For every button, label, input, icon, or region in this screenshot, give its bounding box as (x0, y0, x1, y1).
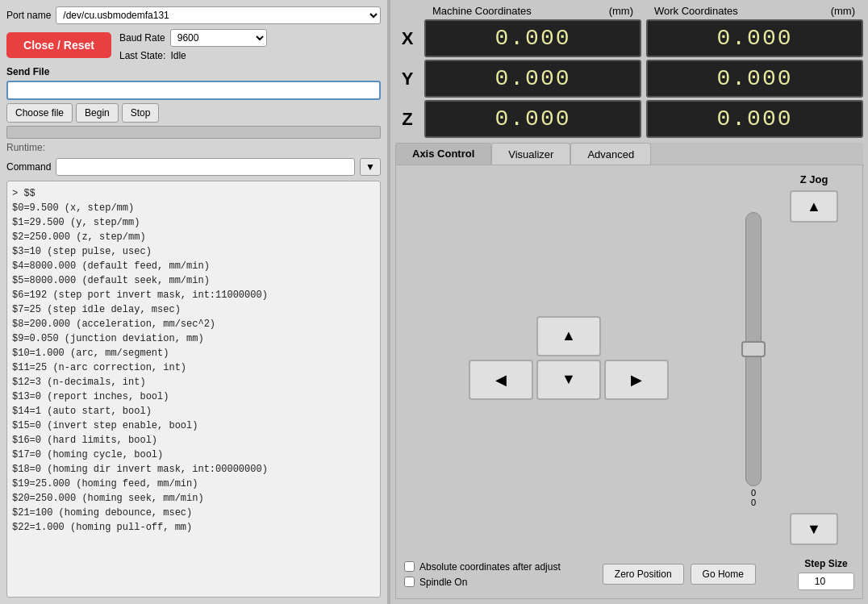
vertical-slider-section: 0 0 (741, 173, 766, 545)
xy-jog-section: ▲ ◀ ▼ ▶ (404, 173, 733, 545)
absolute-coords-row: Absolute coordinates after adjust (404, 561, 561, 573)
command-row: Command ▼ (6, 158, 381, 176)
tab-axis-control[interactable]: Axis Control (395, 143, 491, 165)
console-line: $3=10 (step pulse, usec) (12, 244, 375, 259)
console-line: $13=0 (report inches, bool) (12, 389, 375, 404)
work-coords-unit: (mm) (831, 5, 855, 17)
spindle-on-label: Spindle On (419, 577, 467, 588)
console-line: $19=25.000 (homing feed, mm/min) (12, 477, 375, 491)
jog-top-row: ▲ (469, 316, 669, 356)
choose-file-button[interactable]: Choose file (6, 103, 73, 123)
console-line: $17=0 (homing cycle, bool) (12, 448, 375, 462)
stop-button[interactable]: Stop (122, 103, 160, 123)
send-file-section: Send File Choose file Begin Stop Runtime… (6, 66, 381, 153)
z-work-display: 0.000 (646, 100, 863, 138)
console-line: $1=29.500 (y, step/mm) (12, 215, 375, 230)
tabs-section: Axis Control Visualizer Advanced ▲ ◀ (390, 143, 868, 604)
baud-rate-label: Baud Rate (119, 32, 165, 44)
console-line: $2=250.000 (z, step/mm) (12, 230, 375, 244)
zero-position-button[interactable]: Zero Position (603, 564, 684, 585)
z-machine-display: 0.000 (424, 100, 641, 138)
last-state-value: Idle (170, 50, 186, 61)
close-reset-button[interactable]: Close / Reset (6, 32, 111, 58)
console-line: $8=200.000 (acceleration, mm/sec^2) (12, 317, 375, 331)
port-row: Port name /dev/cu.usbmodemfa131 (6, 6, 381, 24)
z-down-button[interactable]: ▼ (790, 513, 838, 545)
machine-coords-unit: (mm) (609, 5, 633, 17)
port-select[interactable]: /dev/cu.usbmodemfa131 (56, 6, 381, 24)
z-axis-label: Z (395, 109, 419, 130)
jog-down-button[interactable]: ▼ (536, 360, 601, 400)
console-line: $15=0 (invert step enable, bool) (12, 419, 375, 433)
console-line: > $$ (12, 186, 375, 201)
left-panel: Port name /dev/cu.usbmodemfa131 Close / … (0, 0, 387, 604)
z-work-value: 0.000 (716, 106, 792, 131)
bottom-controls: Absolute coordinates after adjust Spindl… (404, 558, 854, 590)
absolute-coords-label: Absolute coordinates after adjust (419, 561, 561, 573)
step-size-section: Step Size (798, 558, 854, 590)
console-line: $5=8000.000 (default seek, mm/min) (12, 273, 375, 288)
jog-left-button[interactable]: ◀ (469, 360, 533, 400)
send-file-label: Send File (6, 66, 381, 77)
z-up-button[interactable]: ▲ (790, 190, 838, 223)
go-home-button[interactable]: Go Home (691, 564, 756, 585)
baud-rate-select[interactable]: 9600 (170, 29, 267, 47)
x-coord-row: X 0.000 0.000 (395, 19, 863, 57)
console-line: $21=100 (homing debounce, msec) (12, 506, 375, 520)
port-name-label: Port name (6, 10, 51, 21)
slider-val1: 0 (751, 488, 756, 498)
x-work-value: 0.000 (716, 26, 792, 51)
z-jog-section: Z Jog ▲ ▼ (774, 173, 854, 545)
y-coord-row: Y 0.000 0.000 (395, 60, 863, 98)
runtime-label: Runtime: (6, 142, 45, 153)
file-buttons: Choose file Begin Stop (6, 103, 381, 123)
checkbox-group: Absolute coordinates after adjust Spindl… (404, 561, 561, 588)
x-axis-label: X (395, 28, 419, 49)
console-line: $10=1.000 (arc, mm/segment) (12, 346, 375, 360)
x-machine-value: 0.000 (495, 26, 570, 51)
baud-state-section: Baud Rate 9600 Last State: Idle (119, 29, 267, 61)
progress-bar-container (6, 126, 381, 139)
z-coord-row: Z 0.000 0.000 (395, 100, 863, 138)
jog-up-button[interactable]: ▲ (536, 316, 601, 356)
absolute-coords-checkbox[interactable] (404, 561, 415, 572)
command-dropdown-button[interactable]: ▼ (360, 158, 381, 176)
work-coords-label: Work Coordinates (654, 5, 738, 17)
jog-middle-row: ◀ ▼ ▶ (469, 360, 669, 400)
console-line: $7=25 (step idle delay, msec) (12, 302, 375, 317)
z-machine-value: 0.000 (495, 106, 570, 131)
file-input-row (6, 81, 381, 100)
y-work-value: 0.000 (716, 66, 792, 91)
action-buttons: Zero Position Go Home (603, 564, 756, 585)
y-work-display: 0.000 (646, 60, 863, 98)
tab-visualizer[interactable]: Visualizer (491, 143, 570, 165)
y-axis-label: Y (395, 69, 419, 90)
controls-row: Close / Reset Baud Rate 9600 Last State:… (6, 29, 381, 61)
begin-button[interactable]: Begin (76, 103, 119, 123)
console-line: $14=1 (auto start, bool) (12, 404, 375, 419)
x-machine-display: 0.000 (424, 19, 641, 57)
command-input[interactable] (56, 158, 355, 176)
runtime-row: Runtime: (6, 142, 381, 153)
console-output: > $$$0=9.500 (x, step/mm)$1=29.500 (y, s… (6, 181, 381, 598)
state-row: Last State: Idle (119, 50, 267, 61)
step-size-input[interactable] (798, 573, 854, 590)
console-line: $9=0.050 (junction deviation, mm) (12, 331, 375, 346)
spindle-on-checkbox[interactable] (404, 577, 415, 587)
baud-row: Baud Rate 9600 (119, 29, 267, 47)
console-line: $16=0 (hard limits, bool) (12, 433, 375, 448)
step-size-label: Step Size (804, 558, 847, 569)
axis-control-main: ▲ ◀ ▼ ▶ 0 0 (404, 173, 854, 545)
vertical-slider-track[interactable] (745, 212, 762, 486)
tab-advanced[interactable]: Advanced (570, 143, 651, 165)
spindle-on-row: Spindle On (404, 577, 561, 588)
machine-coords-header: Machine Coordinates (mm) (424, 5, 641, 17)
file-text-input[interactable] (6, 81, 381, 100)
y-machine-value: 0.000 (495, 66, 570, 91)
console-line: $22=1.000 (homing pull-off, mm) (12, 520, 375, 535)
coord-headers: Machine Coordinates (mm) Work Coordinate… (395, 5, 863, 17)
x-work-display: 0.000 (646, 19, 863, 57)
jog-right-button[interactable]: ▶ (604, 360, 669, 400)
tabs-header: Axis Control Visualizer Advanced (395, 143, 863, 165)
console-line: $20=250.000 (homing seek, mm/min) (12, 491, 375, 506)
